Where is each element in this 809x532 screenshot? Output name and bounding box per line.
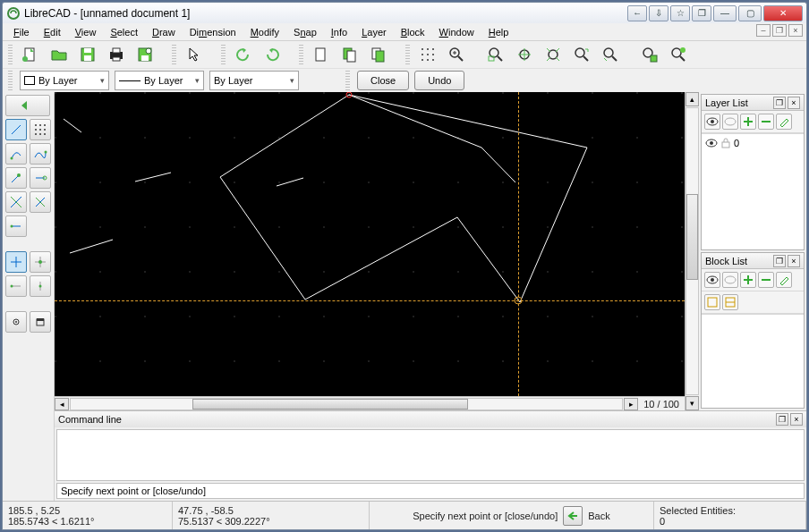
favorite-icon[interactable]: ☆	[670, 5, 690, 21]
save-as-icon[interactable]	[132, 43, 158, 66]
h-scroll-thumb[interactable]	[192, 399, 468, 410]
scroll-down-icon[interactable]: ▾	[686, 396, 699, 410]
midpoint-snap-icon[interactable]	[30, 251, 51, 273]
zoom-auto-icon[interactable]	[512, 43, 537, 66]
panel-float-icon[interactable]: ❐	[773, 255, 786, 267]
command-input[interactable]: Specify next point or [close/undo]	[56, 483, 805, 499]
snap-end-tool-icon[interactable]	[30, 167, 51, 189]
menu-block[interactable]: Block	[394, 25, 432, 39]
back-status-button[interactable]	[563, 506, 583, 526]
snap-int-tool-icon[interactable]	[5, 191, 27, 213]
scroll-left-icon[interactable]: ◂	[55, 398, 69, 410]
regen-icon[interactable]	[637, 43, 662, 66]
block-add-icon[interactable]	[740, 272, 756, 288]
linetype-combo[interactable]: By Layer▾	[209, 71, 299, 90]
menu-window[interactable]: Window	[432, 25, 481, 39]
minimize-button[interactable]: —	[713, 5, 737, 21]
grip-icon[interactable]	[345, 71, 350, 90]
back-tool-icon[interactable]	[5, 95, 50, 116]
h-scrollbar[interactable]: ◂ ▸ 10 / 100	[55, 396, 685, 410]
arc-tool-icon[interactable]	[5, 143, 27, 165]
v-scroll-thumb[interactable]	[686, 194, 698, 280]
menu-snap[interactable]: Snap	[286, 25, 324, 39]
open-icon[interactable]	[47, 43, 72, 66]
panel-close-icon[interactable]: ×	[790, 413, 803, 426]
perp-snap-icon[interactable]	[30, 275, 51, 297]
layer-hideall-icon[interactable]	[722, 114, 738, 130]
menu-select[interactable]: Select	[103, 25, 145, 39]
block-tool-icon[interactable]	[30, 311, 51, 333]
grid-icon[interactable]	[415, 43, 440, 66]
close-button[interactable]: ✕	[763, 5, 803, 21]
zoom-window-icon[interactable]	[569, 43, 594, 66]
menu-file[interactable]: File	[6, 25, 37, 39]
help-context-icon[interactable]: ←	[627, 5, 647, 21]
copy-icon[interactable]	[337, 43, 362, 66]
endpoint-snap-icon[interactable]	[5, 251, 27, 273]
redraw-icon[interactable]	[666, 43, 691, 66]
print-icon[interactable]	[104, 43, 129, 66]
grip-icon[interactable]	[221, 45, 226, 64]
cascade-icon[interactable]: ❐	[692, 5, 711, 21]
block-edit-icon[interactable]	[776, 272, 792, 288]
color-combo[interactable]: By Layer▾	[20, 71, 109, 90]
zoom-out-icon[interactable]	[483, 43, 508, 66]
panel-close-icon[interactable]: ×	[788, 97, 800, 109]
cursor-icon[interactable]	[182, 43, 207, 66]
mdi-close-button[interactable]: ×	[788, 24, 803, 37]
menu-layer[interactable]: Layer	[354, 25, 394, 39]
panel-float-icon[interactable]: ❐	[776, 413, 788, 426]
line-tool-icon[interactable]	[5, 119, 27, 140]
menu-view[interactable]: View	[68, 25, 104, 39]
v-scrollbar[interactable]: ▴ ▾	[685, 92, 699, 410]
block-remove-icon[interactable]	[758, 272, 774, 288]
zoom-prev-icon[interactable]	[541, 43, 566, 66]
new-icon[interactable]	[18, 43, 43, 66]
close-action-button[interactable]: Close	[357, 71, 409, 90]
trim-tool-icon[interactable]	[30, 191, 51, 213]
maximize-button[interactable]: ▢	[738, 5, 762, 21]
block-insert-icon[interactable]	[704, 294, 720, 310]
center-snap-icon[interactable]	[5, 275, 27, 297]
offset-tool-icon[interactable]	[5, 215, 27, 237]
block-showall-icon[interactable]	[704, 272, 720, 288]
settings-icon[interactable]: ⇩	[649, 5, 668, 21]
move-tool-icon[interactable]	[5, 167, 27, 189]
menu-dimension[interactable]: Dimension	[183, 25, 243, 39]
spline-tool-icon[interactable]	[30, 143, 51, 165]
layer-row[interactable]: 0	[705, 138, 800, 148]
grid-tool-icon[interactable]	[30, 119, 51, 140]
menu-edit[interactable]: Edit	[37, 25, 68, 39]
block-save-icon[interactable]	[722, 294, 738, 310]
layer-remove-icon[interactable]	[758, 114, 774, 130]
grip-icon[interactable]	[299, 45, 303, 64]
panel-close-icon[interactable]: ×	[788, 255, 800, 267]
menu-info[interactable]: Info	[324, 25, 354, 39]
layer-edit-icon[interactable]	[776, 114, 792, 130]
panel-float-icon[interactable]: ❐	[773, 97, 786, 109]
menu-help[interactable]: Help	[481, 25, 516, 39]
zoom-pan-icon[interactable]	[598, 43, 623, 66]
drawing-canvas[interactable]	[55, 92, 685, 396]
scroll-up-icon[interactable]: ▴	[686, 92, 699, 106]
grip-icon[interactable]	[8, 45, 13, 64]
layer-add-icon[interactable]	[740, 114, 756, 130]
mdi-minimize-button[interactable]: –	[756, 24, 771, 37]
cut-icon[interactable]	[309, 43, 334, 66]
grip-icon[interactable]	[405, 45, 410, 64]
undo-icon[interactable]	[231, 43, 256, 66]
paste-icon[interactable]	[366, 43, 391, 66]
layer-showall-icon[interactable]	[704, 114, 720, 130]
grip-icon[interactable]	[8, 71, 13, 90]
zoom-in-icon[interactable]	[444, 43, 469, 66]
save-icon[interactable]	[75, 43, 100, 66]
block-hideall-icon[interactable]	[722, 272, 738, 288]
menu-modify[interactable]: Modify	[243, 25, 286, 39]
undo-action-button[interactable]: Undo	[414, 71, 464, 90]
scroll-right-icon[interactable]: ▸	[624, 398, 638, 410]
mdi-restore-button[interactable]: ❐	[772, 24, 787, 37]
width-combo[interactable]: By Layer▾	[115, 71, 204, 90]
grip-icon[interactable]	[172, 45, 176, 64]
redo-icon[interactable]	[260, 43, 285, 66]
menu-draw[interactable]: Draw	[145, 25, 183, 39]
